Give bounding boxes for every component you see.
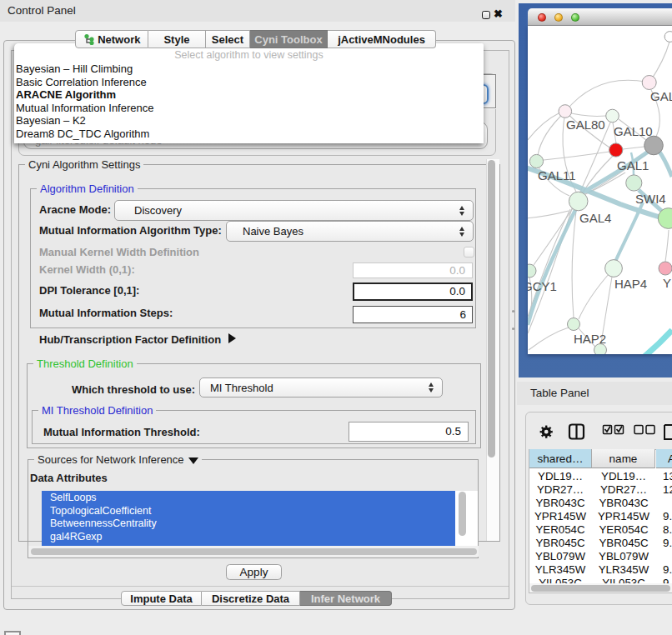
svg-text:GAL10: GAL10 [614,124,653,138]
svg-text:HAP2: HAP2 [574,332,606,346]
svg-text:GAL80: GAL80 [566,118,605,132]
svg-text:Y: Y [663,276,671,290]
svg-text:GAL1: GAL1 [617,158,649,172]
svg-text:GAL4: GAL4 [579,211,611,225]
svg-text:SWI4: SWI4 [635,192,666,206]
svg-text:HAP4: HAP4 [614,277,647,291]
svg-text:GAL11: GAL11 [538,168,576,182]
svg-text:GAL2: GAL2 [650,89,672,103]
svg-text:GCY1: GCY1 [528,279,557,293]
